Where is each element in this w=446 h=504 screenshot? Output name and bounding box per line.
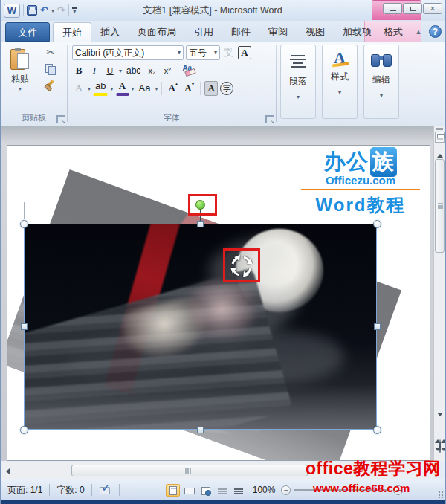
spell-check-icon[interactable]: ✓ xyxy=(98,484,113,496)
paste-icon xyxy=(10,48,30,71)
tab-home[interactable]: 开始 xyxy=(53,22,91,42)
resize-handle-top[interactable] xyxy=(197,221,204,227)
highlight-color-button[interactable]: ab xyxy=(93,81,108,96)
resize-handle-bottom-right[interactable] xyxy=(373,426,381,434)
paste-dropdown-icon[interactable]: ▾ xyxy=(6,85,34,92)
styles-group: A 样式 ▾ xyxy=(320,42,360,126)
font-color-dropdown-icon[interactable]: ▾ xyxy=(132,85,135,92)
resize-handle-bottom[interactable] xyxy=(197,427,204,433)
horizontal-scroll-thumb[interactable] xyxy=(71,465,308,476)
scroll-up-icon[interactable] xyxy=(435,146,445,156)
format-painter-icon[interactable] xyxy=(45,80,56,91)
vertical-scrollbar[interactable] xyxy=(433,126,445,462)
font-dialog-launcher-icon[interactable] xyxy=(265,115,274,123)
font-name-combobox[interactable]: Calibri (西文正文)▾ xyxy=(72,45,184,60)
redo-icon: ↷ xyxy=(57,4,65,17)
minimize-button[interactable] xyxy=(383,3,402,14)
font-size-combobox[interactable]: 五号▾ xyxy=(186,45,220,60)
vertical-scroll-thumb[interactable] xyxy=(435,159,445,253)
web-layout-view-icon[interactable] xyxy=(198,484,213,497)
tab-mailings[interactable]: 邮件 xyxy=(222,22,259,42)
change-case-dropdown-icon[interactable]: ▾ xyxy=(155,85,158,92)
selected-picture[interactable] xyxy=(24,224,377,430)
resize-handle-bottom-left[interactable] xyxy=(20,426,28,434)
window-title: 文档1 [兼容模式] - Microsoft Word xyxy=(90,4,335,17)
scroll-down-icon[interactable] xyxy=(435,415,445,425)
paste-button[interactable]: 粘贴 ▾ xyxy=(5,45,35,108)
restore-button[interactable] xyxy=(403,3,422,14)
view-switcher xyxy=(166,484,245,497)
character-shading-button[interactable]: A xyxy=(204,81,218,96)
tab-review[interactable]: 审阅 xyxy=(259,22,297,42)
styles-menu-button[interactable]: A 样式 ▾ xyxy=(322,45,358,119)
document-page[interactable]: 办公族 Officezu.com Word教程 xyxy=(7,145,430,461)
subscript-button[interactable]: x₂ xyxy=(145,63,158,78)
clipboard-dialog-launcher-icon[interactable] xyxy=(56,115,65,123)
group-separator xyxy=(276,45,277,122)
tab-view[interactable]: 视图 xyxy=(297,22,334,42)
page-count[interactable]: 页面: 1/1 xyxy=(1,484,49,497)
shrink-font-button[interactable]: A xyxy=(182,81,196,96)
window-controls: × xyxy=(383,3,442,14)
scroll-left-icon[interactable] xyxy=(2,465,13,476)
underline-dropdown-icon[interactable]: ▾ xyxy=(119,68,122,74)
resize-grip[interactable] xyxy=(438,491,445,498)
cut-icon[interactable]: ✂ xyxy=(46,46,55,58)
bold-button[interactable]: B xyxy=(72,63,85,78)
divider xyxy=(200,82,201,95)
paragraph-menu-button[interactable]: 段落 ▾ xyxy=(280,45,316,119)
tab-add-ins[interactable]: 加载项 xyxy=(334,22,381,42)
font-color-button[interactable]: A xyxy=(116,81,129,96)
word-app-icon[interactable]: W xyxy=(4,4,20,18)
previous-page-icon[interactable] xyxy=(435,427,445,440)
ribbon-tab-row: 文件 开始 插入 页面布局 引用 邮件 审阅 视图 加载项 格式 ▲ ? xyxy=(1,21,445,42)
character-border-button[interactable]: A xyxy=(238,46,251,59)
ruler-toggle-icon[interactable] xyxy=(435,132,445,143)
tab-references[interactable]: 引用 xyxy=(185,22,222,42)
resize-handle-right[interactable] xyxy=(374,323,381,330)
save-icon[interactable] xyxy=(27,5,37,16)
zoom-level[interactable]: 100% xyxy=(253,485,276,495)
superscript-button[interactable]: x² xyxy=(161,63,174,78)
font-group: Calibri (西文正文)▾ 五号▾ wén文 A B I U ▾ abc x… xyxy=(68,42,276,126)
resize-handle-left[interactable] xyxy=(21,323,28,330)
tab-format[interactable]: 格式 xyxy=(375,22,412,42)
change-case-button[interactable]: Aa xyxy=(137,81,153,96)
styles-dropdown-icon: ▾ xyxy=(323,89,357,96)
undo-icon[interactable]: ↶ xyxy=(40,4,48,17)
underline-button[interactable]: U xyxy=(103,63,117,78)
copy-icon[interactable] xyxy=(45,64,56,74)
divider xyxy=(91,484,92,496)
highlight-dropdown-icon[interactable]: ▾ xyxy=(110,85,113,92)
close-button[interactable]: × xyxy=(423,3,442,14)
customize-qat-icon[interactable]: ▾ xyxy=(72,7,77,13)
strikethrough-button[interactable]: abc xyxy=(124,63,143,78)
paragraph-group: 段落 ▾ xyxy=(278,42,318,126)
editing-menu-button[interactable]: 编辑 ▾ xyxy=(363,45,399,119)
word-window: W ↶ ▾ ↷ ▾ 文档1 [兼容模式] - Microsoft Word 图片… xyxy=(0,0,446,504)
ribbon: 粘贴 ▾ ✂ 剪贴板 Calibri (西文正文)▾ 五号▾ wé xyxy=(1,42,445,126)
split-handle[interactable] xyxy=(436,128,443,130)
editing-group: 编辑 ▾ xyxy=(361,42,401,126)
clear-formatting-icon[interactable]: Aa xyxy=(182,64,198,77)
tab-insert[interactable]: 插入 xyxy=(91,22,129,42)
tab-file[interactable]: 文件 xyxy=(5,22,50,42)
enclose-characters-button[interactable]: 字 xyxy=(220,82,233,95)
undo-dropdown-icon[interactable]: ▾ xyxy=(51,7,54,14)
zoom-out-icon[interactable]: − xyxy=(281,485,291,495)
document-area: 办公族 Officezu.com Word教程 xyxy=(1,126,435,461)
resize-handle-top-left[interactable] xyxy=(20,220,28,228)
editing-dropdown-icon: ▾ xyxy=(364,92,398,99)
resize-handle-top-right[interactable] xyxy=(373,220,381,228)
full-screen-reading-view-icon[interactable] xyxy=(182,484,196,497)
collapse-ribbon-icon[interactable]: ▲ xyxy=(414,28,423,36)
tab-page-layout[interactable]: 页面布局 xyxy=(129,22,185,42)
divider xyxy=(161,82,162,95)
outline-view-icon[interactable] xyxy=(215,484,229,497)
help-icon[interactable]: ? xyxy=(429,25,442,38)
draft-view-icon[interactable] xyxy=(231,484,245,497)
grow-font-button[interactable]: A xyxy=(166,81,180,96)
word-count[interactable]: 字数: 0 xyxy=(50,484,91,497)
italic-button[interactable]: I xyxy=(88,63,101,78)
print-layout-view-icon[interactable] xyxy=(166,484,180,497)
